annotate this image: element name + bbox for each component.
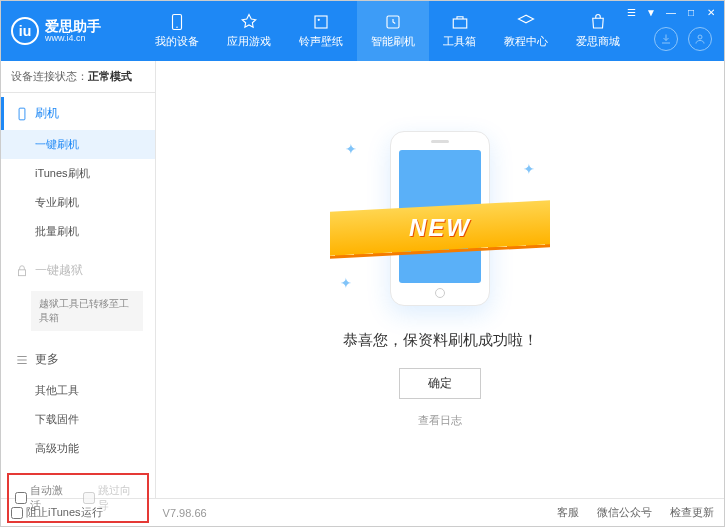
svg-rect-2: [315, 16, 327, 28]
download-button[interactable]: [654, 27, 678, 51]
jailbreak-note: 越狱工具已转移至工具箱: [31, 291, 143, 331]
svg-point-6: [698, 35, 702, 39]
sidebar-item-download-fw[interactable]: 下载固件: [1, 405, 155, 434]
user-icon: [694, 33, 706, 45]
sidebar-item-oneclick[interactable]: 一键刷机: [1, 130, 155, 159]
store-icon: [589, 13, 607, 31]
success-message: 恭喜您，保资料刷机成功啦！: [343, 331, 538, 350]
main-content: ✦ ✦ ✦ NEW 恭喜您，保资料刷机成功啦！ 确定 查看日志: [156, 61, 724, 498]
maximize-icon[interactable]: □: [684, 5, 698, 19]
logo: iu 爱思助手 www.i4.cn: [11, 17, 141, 45]
nav-flash[interactable]: 智能刷机: [357, 1, 429, 61]
svg-point-1: [176, 27, 178, 29]
window-controls: ☰ ▼ — □ ✕: [624, 5, 718, 19]
footer-wechat[interactable]: 微信公众号: [597, 505, 652, 520]
user-button[interactable]: [688, 27, 712, 51]
tutorial-icon: [517, 13, 535, 31]
new-ribbon: NEW: [330, 200, 550, 256]
list-icon: [15, 353, 29, 367]
footer-support[interactable]: 客服: [557, 505, 579, 520]
version-label: V7.98.66: [163, 507, 207, 519]
wallpaper-icon: [312, 13, 330, 31]
minimize-icon[interactable]: —: [664, 5, 678, 19]
success-illustration: ✦ ✦ ✦ NEW: [340, 131, 540, 311]
nav-apps[interactable]: 应用游戏: [213, 1, 285, 61]
apps-icon: [240, 13, 258, 31]
connection-status: 设备连接状态：正常模式: [1, 61, 155, 93]
flash-icon: [384, 13, 402, 31]
sidebar-section-more[interactable]: 更多: [1, 343, 155, 376]
phone-icon: [168, 13, 186, 31]
svg-point-3: [318, 19, 320, 21]
sidebar-item-other-tools[interactable]: 其他工具: [1, 376, 155, 405]
svg-rect-7: [19, 108, 25, 120]
sidebar-item-itunes[interactable]: iTunes刷机: [1, 159, 155, 188]
view-log-link[interactable]: 查看日志: [418, 413, 462, 428]
app-header: iu 爱思助手 www.i4.cn 我的设备 应用游戏 铃声壁纸 智能刷机 工具…: [1, 1, 724, 61]
phone-icon: [15, 107, 29, 121]
logo-icon: iu: [11, 17, 39, 45]
checkbox-block-itunes[interactable]: 阻止iTunes运行: [11, 505, 103, 520]
sidebar: 设备连接状态：正常模式 刷机 一键刷机 iTunes刷机 专业刷机 批量刷机 一…: [1, 61, 156, 498]
nav-my-device[interactable]: 我的设备: [141, 1, 213, 61]
close-icon[interactable]: ✕: [704, 5, 718, 19]
nav-tutorials[interactable]: 教程中心: [490, 1, 562, 61]
toolbox-icon: [451, 13, 469, 31]
sidebar-section-flash[interactable]: 刷机: [1, 97, 155, 130]
footer-update[interactable]: 检查更新: [670, 505, 714, 520]
svg-rect-5: [453, 19, 467, 28]
nav-ringtones[interactable]: 铃声壁纸: [285, 1, 357, 61]
logo-subtitle: www.i4.cn: [45, 33, 101, 44]
tshirt-icon[interactable]: ▼: [644, 5, 658, 19]
lock-icon: [15, 264, 29, 278]
nav-toolbox[interactable]: 工具箱: [429, 1, 490, 61]
sidebar-item-advanced[interactable]: 高级功能: [1, 434, 155, 463]
sidebar-item-pro[interactable]: 专业刷机: [1, 188, 155, 217]
sidebar-section-jailbreak[interactable]: 一键越狱: [1, 254, 155, 287]
sidebar-item-batch[interactable]: 批量刷机: [1, 217, 155, 246]
menu-icon[interactable]: ☰: [624, 5, 638, 19]
logo-title: 爱思助手: [45, 19, 101, 33]
download-icon: [660, 33, 672, 45]
svg-rect-8: [19, 269, 26, 275]
confirm-button[interactable]: 确定: [399, 368, 481, 399]
